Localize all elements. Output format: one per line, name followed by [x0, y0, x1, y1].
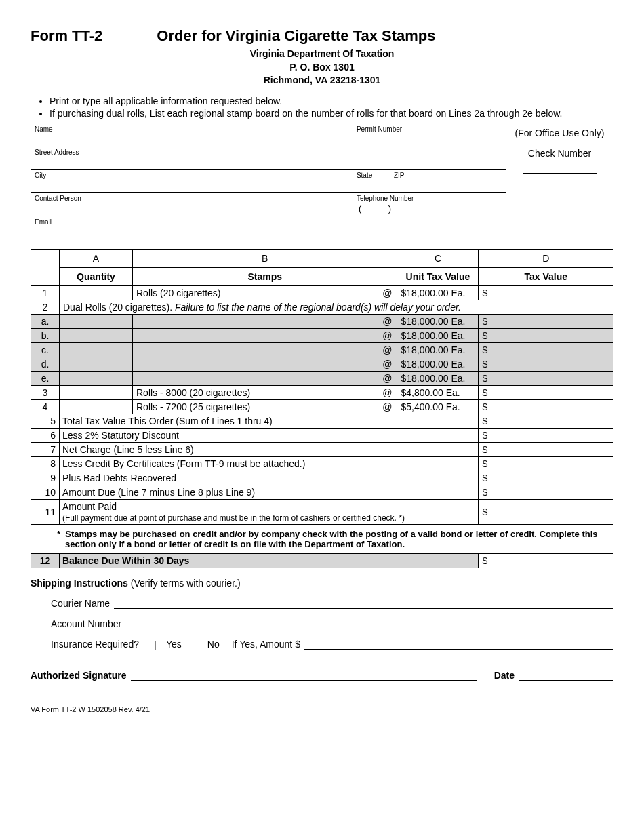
tax-value[interactable]: $ — [479, 428, 593, 442]
phone-parens: ( ) — [357, 203, 403, 214]
tax-value[interactable]: $ — [479, 456, 593, 471]
signature-label: Authorized Signature — [31, 670, 127, 681]
tax-value[interactable]: $ — [479, 357, 593, 371]
dept-name: Virginia Department Of Taxation — [250, 48, 395, 59]
at-icon: @ — [382, 373, 392, 384]
row-label: Amount Due (Line 7 minus Line 8 plus Lin… — [60, 485, 479, 499]
date-label: Date — [494, 670, 515, 681]
courier-label: Courier Name — [51, 598, 110, 609]
tax-value[interactable]: $ — [479, 342, 593, 357]
row-num: 6 — [31, 428, 60, 442]
row-num: d. — [31, 357, 60, 371]
row-num: a. — [31, 314, 60, 328]
po-box: P. O. Box 1301 — [289, 62, 354, 73]
yes-label: Yes — [166, 639, 182, 650]
unit-value: $18,000.00 Ea. — [397, 285, 479, 300]
unit-value: $18,000.00 Ea. — [397, 328, 479, 342]
row-num: 11 — [31, 499, 60, 524]
at-icon: @ — [382, 330, 392, 341]
shipping-header: Shipping Instructions (Verify terms with… — [31, 578, 613, 589]
qty-field[interactable] — [60, 285, 133, 300]
stamps-desc: Rolls - 8000 (20 cigarettes) — [136, 387, 250, 398]
footer-rev: VA Form TT-2 W 1502058 Rev. 4/21 — [31, 705, 613, 713]
row-num: c. — [31, 342, 60, 357]
unit-value: $18,000.00 Ea. — [397, 371, 479, 385]
tax-value[interactable]: $ — [479, 328, 593, 342]
city-label: City — [35, 172, 349, 179]
at-icon: @ — [382, 387, 392, 398]
instruction-item: If purchasing dual rolls, List each regi… — [49, 108, 613, 119]
row-num: 4 — [31, 399, 60, 414]
tax-value[interactable]: $ — [479, 314, 593, 328]
unit-value: $18,000.00 Ea. — [397, 342, 479, 357]
row-num: 8 — [31, 456, 60, 471]
account-label: Account Number — [51, 618, 121, 629]
applicant-info-table: Name Permit Number (For Office Use Only)… — [31, 123, 613, 239]
tax-value[interactable]: $ — [479, 385, 593, 399]
yes-checkbox[interactable] — [155, 641, 163, 650]
col-a: A — [60, 249, 133, 267]
courier-field[interactable] — [114, 599, 613, 609]
permit-label: Permit Number — [357, 125, 502, 133]
qty-field[interactable] — [60, 357, 133, 371]
ifyes-label: If Yes, Amount $ — [232, 639, 300, 650]
row-num: 1 — [31, 285, 60, 300]
order-table: A B C D Quantity Stamps Unit Tax Value T… — [31, 249, 613, 568]
tax-value[interactable]: $ — [479, 371, 593, 385]
unit-value: $18,000.00 Ea. — [397, 314, 479, 328]
at-icon: @ — [382, 316, 392, 327]
credit-note: * Stamps may be purchased on credit and/… — [57, 529, 598, 549]
row-num: 5 — [31, 414, 60, 428]
phone-label: Telephone Number — [357, 195, 502, 202]
unit-value: $4,800.00 Ea. — [397, 385, 479, 399]
instructions-list: Print or type all applicable information… — [31, 96, 613, 119]
qty-field[interactable] — [60, 385, 133, 399]
tax-value[interactable]: $ — [479, 485, 593, 499]
check-number-field[interactable] — [523, 164, 597, 174]
page-title: Order for Virginia Cigarette Tax Stamps — [157, 27, 435, 45]
subheader: Virginia Department Of Taxation P. O. Bo… — [31, 47, 613, 87]
row-num: 12 — [31, 553, 60, 568]
qty-field[interactable] — [60, 342, 133, 357]
no-label: No — [207, 639, 220, 650]
no-checkbox[interactable] — [197, 641, 205, 650]
date-field[interactable] — [519, 671, 613, 681]
col-unit: Unit Tax Value — [397, 267, 479, 285]
state-label: State — [357, 172, 386, 179]
qty-field[interactable] — [60, 399, 133, 414]
tax-value[interactable]: $ — [479, 499, 593, 524]
tax-value[interactable]: $ — [479, 414, 593, 428]
check-number-label: Check Number — [510, 148, 609, 159]
row-label: Plus Bad Debts Recovered — [60, 471, 479, 485]
form-number: Form TT-2 — [31, 27, 102, 45]
at-icon: @ — [382, 287, 392, 298]
at-icon: @ — [382, 344, 392, 355]
col-b: B — [133, 249, 397, 267]
unit-value: $5,400.00 Ea. — [397, 399, 479, 414]
instruction-item: Print or type all applicable information… — [49, 96, 613, 106]
contact-label: Contact Person — [35, 195, 349, 202]
row-label: Less 2% Statutory Discount — [60, 428, 479, 442]
tax-value[interactable]: $ — [479, 471, 593, 485]
ins-amount-field[interactable] — [304, 640, 613, 650]
tax-value[interactable]: $ — [479, 399, 593, 414]
row-num: 2 — [31, 300, 60, 314]
row-num: 3 — [31, 385, 60, 399]
qty-field[interactable] — [60, 328, 133, 342]
tax-value[interactable]: $ — [479, 285, 593, 300]
email-label: Email — [35, 218, 502, 226]
row-num: e. — [31, 371, 60, 385]
signature-field[interactable] — [131, 671, 477, 681]
tax-value[interactable]: $ — [479, 442, 593, 456]
col-d: D — [479, 249, 613, 267]
at-icon: @ — [382, 401, 392, 412]
qty-field[interactable] — [60, 314, 133, 328]
row-label: Net Charge (Line 5 less Line 6) — [60, 442, 479, 456]
row-label: Less Credit By Certificates (Form TT-9 m… — [60, 456, 479, 471]
account-field[interactable] — [125, 620, 613, 629]
qty-field[interactable] — [60, 371, 133, 385]
office-use-label: (For Office Use Only) — [510, 127, 609, 138]
name-label: Name — [35, 125, 349, 133]
zip-label: ZIP — [394, 172, 502, 179]
tax-value[interactable]: $ — [479, 553, 593, 568]
